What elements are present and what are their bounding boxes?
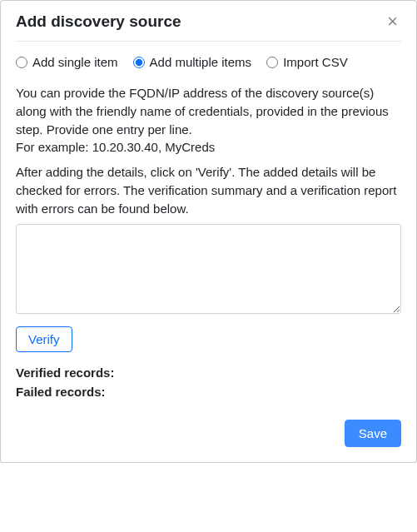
verify-button[interactable]: Verify: [16, 326, 72, 352]
radio-single[interactable]: [16, 57, 27, 68]
radio-option-single[interactable]: Add single item: [16, 55, 118, 69]
failed-records-line: Failed records:: [16, 383, 401, 402]
verified-records-line: Verified records:: [16, 364, 401, 383]
mode-radio-group: Add single item Add multiple items Impor…: [16, 55, 401, 69]
radio-import[interactable]: [266, 57, 278, 68]
modal-header: Add discovery source ×: [1, 1, 416, 41]
radio-label-import: Import CSV: [283, 55, 348, 69]
help-text-1: You can provide the FQDN/IP address of t…: [16, 84, 401, 157]
help-text-2: After adding the details, click on 'Veri…: [16, 163, 401, 217]
radio-multiple[interactable]: [133, 57, 145, 68]
sources-textarea[interactable]: [16, 224, 401, 314]
save-button[interactable]: Save: [345, 420, 401, 447]
radio-option-import[interactable]: Import CSV: [266, 55, 348, 69]
modal-footer: Save: [1, 408, 416, 462]
add-discovery-source-modal: Add discovery source × Add single item A…: [0, 0, 417, 463]
modal-title: Add discovery source: [16, 12, 181, 31]
radio-label-single: Add single item: [32, 55, 118, 69]
radio-option-multiple[interactable]: Add multiple items: [133, 55, 252, 69]
verified-records-label: Verified records:: [16, 365, 114, 380]
failed-records-label: Failed records:: [16, 385, 106, 399]
close-button[interactable]: ×: [384, 12, 401, 31]
modal-body: Add single item Add multiple items Impor…: [1, 42, 416, 408]
radio-label-multiple: Add multiple items: [150, 55, 252, 69]
